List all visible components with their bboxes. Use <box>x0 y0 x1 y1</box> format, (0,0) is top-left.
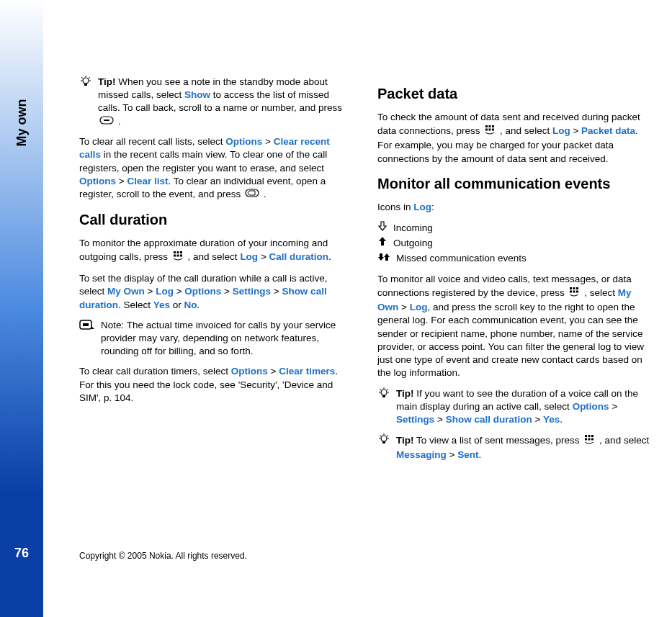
sidebar: My own 76 <box>0 0 43 617</box>
svg-line-43 <box>387 435 388 436</box>
menu-key-icon <box>172 250 184 265</box>
svg-rect-44 <box>585 435 587 437</box>
tip-text: Tip! When you see a note in the standby … <box>98 76 352 128</box>
svg-rect-38 <box>382 441 385 443</box>
svg-rect-11 <box>176 251 179 253</box>
arrow-down-icon <box>377 221 387 235</box>
svg-rect-47 <box>585 438 587 441</box>
paragraph: To set the display of the call duration … <box>79 272 352 312</box>
note-text: Note: The actual time invoiced for calls… <box>101 319 352 359</box>
lightbulb-icon <box>377 433 390 450</box>
heading-call-duration: Call duration <box>79 210 352 230</box>
svg-rect-19 <box>489 125 491 127</box>
svg-rect-27 <box>570 290 572 292</box>
svg-line-35 <box>380 389 381 390</box>
svg-rect-12 <box>180 251 182 253</box>
svg-line-6 <box>89 77 90 78</box>
svg-rect-29 <box>576 290 578 292</box>
svg-line-36 <box>387 389 388 390</box>
paragraph: To check the amount of data sent and rec… <box>377 111 650 166</box>
svg-rect-10 <box>174 251 176 253</box>
call-key-icon <box>99 115 114 128</box>
paragraph: To monitor the approximate duration of y… <box>79 237 352 265</box>
section-label: My own <box>14 99 30 147</box>
tip-block: Tip! To view a list of sent messages, pr… <box>377 433 650 461</box>
svg-rect-13 <box>174 254 176 256</box>
lightbulb-icon <box>79 76 92 92</box>
tip-block: Tip! If you want to see the duration of … <box>377 387 650 427</box>
page-content: Tip! When you see a note in the standby … <box>43 0 672 617</box>
svg-rect-23 <box>492 129 494 131</box>
svg-point-30 <box>381 389 387 395</box>
svg-rect-15 <box>180 254 182 256</box>
tip-block: Tip! When you see a note in the standby … <box>79 76 352 128</box>
arrow-up-icon <box>377 236 387 250</box>
svg-rect-20 <box>492 125 494 127</box>
paragraph: To clear call duration timers, select Op… <box>79 365 352 405</box>
missed-icon <box>377 252 390 266</box>
svg-rect-22 <box>489 129 491 131</box>
svg-rect-28 <box>573 290 575 292</box>
svg-rect-17 <box>83 323 89 326</box>
svg-rect-31 <box>382 395 385 397</box>
svg-rect-26 <box>576 287 578 289</box>
note-block: Note: The actual time invoiced for calls… <box>79 319 352 359</box>
list-item: Incoming <box>377 221 650 235</box>
svg-rect-21 <box>485 129 488 131</box>
svg-rect-49 <box>591 438 593 441</box>
svg-rect-45 <box>588 435 591 437</box>
note-icon <box>79 319 95 334</box>
svg-point-0 <box>83 78 89 84</box>
svg-rect-14 <box>176 254 179 256</box>
menu-key-icon <box>484 124 496 139</box>
svg-rect-48 <box>588 438 591 441</box>
svg-rect-8 <box>104 120 109 121</box>
svg-line-5 <box>81 77 83 78</box>
heading-packet-data: Packet data <box>377 84 650 104</box>
list-item: Outgoing <box>377 236 650 250</box>
svg-rect-46 <box>591 435 593 437</box>
lightbulb-icon <box>377 387 390 404</box>
tip-text: Tip! If you want to see the duration of … <box>396 387 650 427</box>
right-column: Packet data To check the amount of data … <box>377 76 650 588</box>
svg-line-42 <box>380 435 381 436</box>
copyright: Copyright © 2005 Nokia. All rights reser… <box>79 551 247 561</box>
svg-rect-1 <box>84 84 87 86</box>
left-column: Tip! When you see a note in the standby … <box>79 76 352 588</box>
svg-rect-24 <box>570 287 572 289</box>
list-item: Missed communication events <box>377 252 650 266</box>
menu-key-icon <box>568 286 580 301</box>
svg-rect-25 <box>573 287 575 289</box>
clear-key-icon <box>245 188 259 201</box>
svg-point-37 <box>381 436 387 441</box>
menu-key-icon <box>583 433 595 449</box>
page-number: 76 <box>0 546 43 561</box>
paragraph: To clear all recent call lists, select O… <box>79 135 352 201</box>
svg-rect-18 <box>485 125 488 127</box>
heading-monitor: Monitor all communication events <box>377 174 650 194</box>
icons-intro: Icons in Log: <box>377 201 650 214</box>
icon-legend: Incoming Outgoing Missed communication e… <box>377 221 650 266</box>
paragraph: To monitor all voice and video calls, te… <box>377 273 650 380</box>
tip-text: Tip! To view a list of sent messages, pr… <box>396 433 650 461</box>
